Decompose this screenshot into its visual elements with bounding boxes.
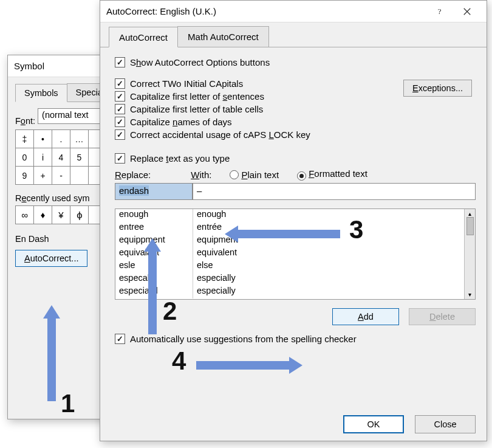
symbol-cell[interactable]: • — [34, 130, 52, 148]
table-row[interactable]: entreeentrée — [115, 222, 464, 235]
autocorrect-table[interactable]: enoughenough entreeentrée equippmentequi… — [115, 208, 476, 300]
symbol-cell[interactable]: 4 — [52, 148, 70, 167]
exceptions-button[interactable]: Exceptions... — [403, 80, 472, 97]
table-row[interactable]: especialylespecially — [115, 286, 464, 298]
autocorrect-tabs: AutoCorrect Math AutoCorrect — [100, 26, 487, 47]
checkbox-icon[interactable] — [115, 57, 125, 67]
symbol-cell[interactable] — [70, 167, 89, 185]
autocorrect-titlebar[interactable]: AutoCorrect: English (U.K.) ? — [100, 1, 487, 22]
close-button[interactable]: Close — [415, 415, 476, 433]
radio-formatted-text[interactable]: Formatted text — [297, 168, 367, 181]
scrollbar[interactable]: ▴ ▾ — [464, 209, 475, 299]
autocorrect-dialog: AutoCorrect: English (U.K.) ? AutoCorrec… — [100, 0, 487, 441]
checkbox-icon[interactable] — [115, 91, 125, 102]
table-row[interactable]: equippmentequipment — [115, 235, 464, 247]
with-label: With: — [191, 170, 211, 180]
checkbox-icon[interactable] — [115, 104, 125, 114]
table-row[interactable]: especallyespecially — [115, 273, 464, 286]
autocorrect-title: AutoCorrect: English (U.K.) — [106, 6, 427, 16]
ok-button[interactable]: OK — [343, 415, 404, 433]
scroll-thumb[interactable] — [466, 217, 474, 235]
replace-input[interactable]: endash — [115, 183, 193, 200]
chk-show-options[interactable]: Show AutoCorrect Options buttons — [115, 57, 476, 67]
table-row[interactable]: equivalantequivalent — [115, 247, 464, 260]
radio-icon[interactable] — [297, 171, 306, 181]
delete-button: Delete — [409, 308, 476, 325]
tab-autocorrect[interactable]: AutoCorrect — [109, 27, 178, 47]
recent-cell[interactable]: ∞ — [16, 206, 34, 224]
recent-cell[interactable]: ¥ — [52, 206, 70, 224]
recent-cell[interactable]: ♦ — [34, 206, 52, 224]
chk-replace-as-you-type[interactable]: Replace text as you type — [115, 153, 476, 164]
checkbox-icon[interactable] — [115, 78, 125, 89]
checkbox-icon[interactable] — [115, 117, 125, 127]
symbol-cell[interactable]: ‡ — [16, 130, 34, 148]
chk-auto-suggestions[interactable]: Automatically use suggestions from the s… — [115, 334, 476, 344]
close-icon[interactable] — [454, 1, 480, 22]
add-button[interactable]: Add — [332, 308, 399, 325]
table-row[interactable]: esleelse — [115, 260, 464, 273]
recent-cell[interactable]: ɸ — [70, 206, 89, 224]
table-row[interactable]: enoughenough — [115, 209, 464, 222]
symbol-cell[interactable]: … — [70, 130, 89, 148]
with-input[interactable]: – — [193, 183, 476, 200]
chk-caps-lock[interactable]: Correct accidental usage of cAPS LOCK ke… — [115, 129, 476, 140]
checkbox-icon[interactable] — [115, 129, 125, 140]
symbol-cell[interactable]: - — [52, 167, 70, 185]
symbol-cell[interactable]: i — [34, 148, 52, 167]
chk-capitalize-days[interactable]: Capitalize names of days — [115, 117, 476, 127]
symbol-cell[interactable]: 9 — [16, 167, 34, 185]
symbol-cell[interactable]: 5 — [70, 148, 89, 167]
symbol-cell[interactable]: + — [34, 167, 52, 185]
checkbox-icon[interactable] — [115, 153, 125, 164]
symbol-cell[interactable]: 0 — [16, 148, 34, 167]
help-icon[interactable]: ? — [427, 1, 454, 22]
checkbox-icon[interactable] — [115, 334, 125, 344]
scroll-down-icon[interactable]: ▾ — [468, 291, 471, 298]
chk-capitalize-cells[interactable]: Capitalize first letter of table cells — [115, 104, 476, 114]
radio-icon[interactable] — [230, 170, 239, 179]
symbol-cell[interactable]: . — [52, 130, 70, 148]
tab-symbols[interactable]: Symbols — [15, 84, 67, 102]
autocorrect-button[interactable]: AutoCorrect... — [15, 250, 87, 267]
tab-math-autocorrect[interactable]: Math AutoCorrect — [177, 26, 269, 47]
replace-label: Replace: — [115, 170, 151, 180]
radio-plain-text[interactable]: Plain text — [230, 170, 279, 180]
svg-text:?: ? — [438, 7, 442, 16]
scroll-up-icon[interactable]: ▴ — [468, 210, 471, 217]
